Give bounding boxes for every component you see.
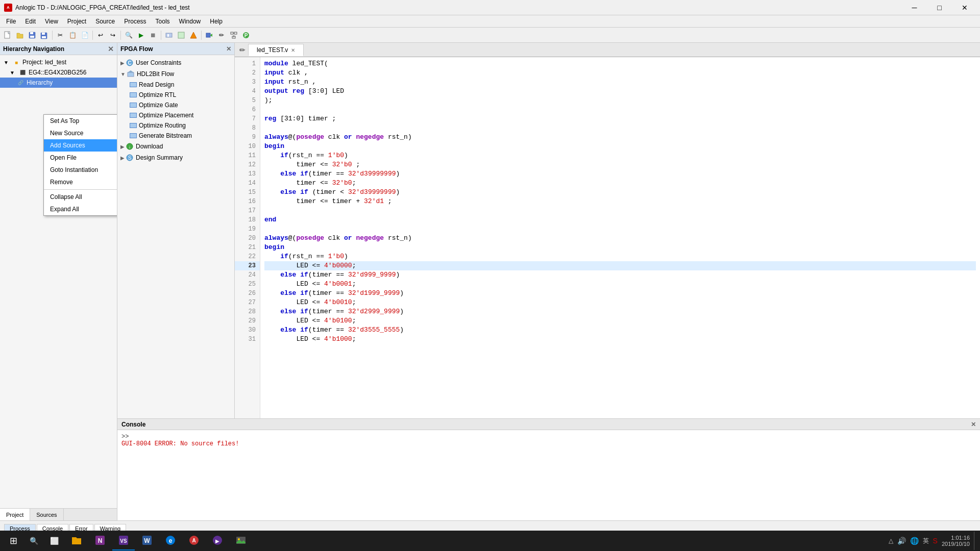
svg-marker-10 <box>190 32 197 38</box>
minimize-button[interactable]: ─ <box>903 0 926 15</box>
flow-optimize-gate[interactable]: Optimize Gate <box>117 100 234 110</box>
ctx-new-source[interactable]: New Source <box>44 127 117 139</box>
toolbar-run[interactable]: ▶ <box>135 30 146 41</box>
svg-text:VS: VS <box>120 538 127 544</box>
task-view-button[interactable]: ⬜ <box>45 532 63 550</box>
toolbar-open[interactable] <box>14 30 26 41</box>
flow-design-summary[interactable]: ▶ S Design Summary <box>117 152 234 163</box>
menu-file[interactable]: File <box>2 17 20 26</box>
menu-process[interactable]: Process <box>120 17 150 26</box>
menu-source[interactable]: Source <box>91 17 119 26</box>
edge-icon: e <box>164 534 177 546</box>
ctx-set-as-top[interactable]: Set As Top <box>44 115 117 127</box>
code-editor[interactable]: 1234567891011121314151617181920212223242… <box>235 57 980 418</box>
toolbar-save[interactable] <box>27 30 38 41</box>
toolbar-copy[interactable]: 📋 <box>67 30 78 41</box>
ctx-goto-instantiation[interactable]: Goto Instantiation <box>44 164 117 176</box>
expand-download: ▶ <box>120 144 125 149</box>
toolbar-redo[interactable]: ↪ <box>107 30 118 41</box>
tree-item-chip[interactable]: ▼ ⬛ EG4::EG4X20BG256 <box>0 67 117 78</box>
tree-item-project[interactable]: ▼ ■ Project: led_test <box>0 57 117 67</box>
ctx-expand-all[interactable]: Expand All <box>44 203 117 215</box>
toolbar-search[interactable]: 🔍 <box>123 30 134 41</box>
tab-sources[interactable]: Sources <box>30 509 63 520</box>
taskbar-app-devenv[interactable]: VS <box>112 531 135 550</box>
flow-generate-bitstream[interactable]: Generate Bitstream <box>117 131 234 141</box>
line-number-30: 30 <box>235 325 260 335</box>
console-close[interactable]: ✕ <box>971 421 976 428</box>
taskbar-app-explorer[interactable] <box>65 531 88 550</box>
expand-arrow-project: ▼ <box>2 58 10 66</box>
flow-download[interactable]: ▶ ↓ Download <box>117 141 234 152</box>
menu-edit[interactable]: Edit <box>21 17 40 26</box>
line-number-6: 6 <box>235 105 260 114</box>
svg-text:N: N <box>98 537 103 544</box>
app-logo: A <box>4 4 12 12</box>
tree-item-hierarchy[interactable]: 🔗 Hierarchy <box>0 78 117 88</box>
taskbar-notify-up[interactable]: △ <box>889 537 893 544</box>
flow-label-hdl2bit: HDL2Bit Flow <box>137 70 174 78</box>
toolbar-btn5[interactable] <box>163 30 175 41</box>
maximize-button[interactable]: □ <box>928 0 951 15</box>
toolbar-green[interactable]: P <box>240 30 252 41</box>
toolbar-stop[interactable]: ⏹ <box>148 30 159 41</box>
flow-optimize-rtl[interactable]: Optimize RTL <box>117 90 234 100</box>
ctx-add-sources[interactable]: Add Sources <box>44 139 117 152</box>
menu-help[interactable]: Help <box>206 17 227 26</box>
search-button[interactable]: 🔍 <box>24 532 43 550</box>
taskbar-app-onenote[interactable]: N <box>89 531 111 550</box>
taskbar-app-anlogic[interactable]: A <box>183 531 205 550</box>
taskbar-ime2[interactable]: S <box>933 537 938 545</box>
toolbar-paste[interactable]: 📄 <box>79 30 90 41</box>
menu-tools[interactable]: Tools <box>152 17 174 26</box>
code-line-12: timer <= 32'b0 ; <box>264 160 976 169</box>
code-line-3: input rst_n , <box>264 78 976 87</box>
code-line-29: LED <= 4'b0100; <box>264 316 976 325</box>
toolbar-btn6[interactable] <box>176 30 187 41</box>
ctx-open-file[interactable]: Open File <box>44 152 117 164</box>
close-button[interactable]: ✕ <box>953 0 976 15</box>
taskbar-ime1[interactable]: 英 <box>923 537 929 545</box>
expand-design-summary: ▶ <box>120 155 125 161</box>
ctx-collapse-all[interactable]: Collapse All <box>44 191 117 203</box>
toolbar-undo[interactable]: ↩ <box>95 30 106 41</box>
hierarchy-panel-close[interactable]: ✕ <box>108 45 114 53</box>
flow-read-design[interactable]: Read Design <box>117 80 234 90</box>
fpga-panel-close[interactable]: ✕ <box>226 45 231 53</box>
onenote-icon: N <box>94 534 106 546</box>
toolbar-saveall[interactable] <box>39 30 50 41</box>
constraint-icon: C <box>126 59 134 67</box>
flow-optimize-placement[interactable]: Optimize Placement <box>117 110 234 120</box>
toolbar-new[interactable] <box>2 30 13 41</box>
taskbar-volume[interactable]: 🔊 <box>897 537 906 545</box>
toolbar-schematic[interactable] <box>228 30 239 41</box>
taskbar-network[interactable]: 🌐 <box>910 537 919 545</box>
flow-optimize-routing[interactable]: Optimize Routing <box>117 120 234 131</box>
taskbar-app-edge[interactable]: e <box>159 531 182 550</box>
expand-arrow-chip: ▼ <box>8 68 16 77</box>
editor-tab-close[interactable]: ✕ <box>291 47 295 53</box>
code-line-26: else if(timer == 32'd1999_9999) <box>264 289 976 298</box>
toolbar-edit-mode[interactable]: ✏ <box>216 30 227 41</box>
console-content[interactable]: >> GUI-8004 ERROR: No source files! <box>117 430 980 520</box>
taskbar-app-word[interactable]: W <box>136 531 158 550</box>
menu-view[interactable]: View <box>41 17 62 26</box>
taskbar-app-image[interactable] <box>230 531 252 550</box>
menu-window[interactable]: Window <box>175 17 205 26</box>
toolbar-btn7[interactable] <box>188 30 199 41</box>
start-button[interactable]: ⊞ <box>4 532 22 550</box>
taskbar-clock[interactable]: 1:01:16 2019/10/10 <box>942 535 970 547</box>
console-error: GUI-8004 ERROR: No source files! <box>121 440 976 447</box>
tab-project[interactable]: Project <box>0 509 30 520</box>
flow-user-constraints[interactable]: ▶ C User Constraints <box>117 57 234 68</box>
editor-tab-led-test[interactable]: led_TEST.v ✕ <box>248 44 304 56</box>
taskbar-app-debug[interactable]: ▶ <box>206 531 229 550</box>
menu-project[interactable]: Project <box>63 17 90 26</box>
code-content[interactable]: module led_TEST(input clk ,input rst_n ,… <box>260 57 980 418</box>
flow-hdl2bit[interactable]: ▼ HDL2Bit Flow <box>117 68 234 80</box>
ctx-remove[interactable]: Remove <box>44 176 117 188</box>
toolbar-cut[interactable]: ✂ <box>55 30 66 41</box>
toolbar-compile[interactable] <box>204 30 215 41</box>
code-line-19 <box>264 224 976 234</box>
taskbar-show-desktop[interactable] <box>974 532 976 550</box>
